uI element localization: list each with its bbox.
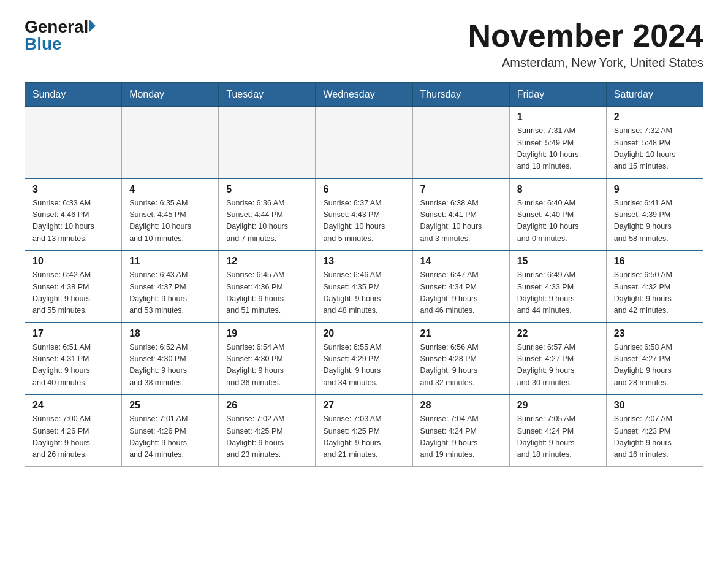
day-number: 29 bbox=[517, 400, 599, 411]
week-row-4: 24Sunrise: 7:00 AM Sunset: 4:26 PM Dayli… bbox=[25, 394, 703, 466]
calendar-cell: 1Sunrise: 7:31 AM Sunset: 5:49 PM Daylig… bbox=[509, 107, 606, 178]
calendar-cell: 30Sunrise: 7:07 AM Sunset: 4:23 PM Dayli… bbox=[606, 394, 703, 466]
weekday-header-friday: Friday bbox=[509, 83, 606, 107]
day-number: 14 bbox=[420, 256, 502, 267]
day-number: 11 bbox=[129, 256, 211, 267]
day-info: Sunrise: 6:47 AM Sunset: 4:34 PM Dayligh… bbox=[420, 269, 502, 317]
calendar-cell: 7Sunrise: 6:38 AM Sunset: 4:41 PM Daylig… bbox=[412, 178, 509, 251]
calendar-cell: 19Sunrise: 6:54 AM Sunset: 4:30 PM Dayli… bbox=[219, 323, 316, 395]
day-number: 19 bbox=[226, 328, 308, 339]
day-number: 24 bbox=[32, 400, 114, 411]
day-info: Sunrise: 6:33 AM Sunset: 4:46 PM Dayligh… bbox=[32, 197, 114, 245]
weekday-header-tuesday: Tuesday bbox=[219, 83, 316, 107]
calendar-title: November 2024 bbox=[468, 18, 703, 53]
weekday-header-sunday: Sunday bbox=[25, 83, 122, 107]
calendar-cell: 24Sunrise: 7:00 AM Sunset: 4:26 PM Dayli… bbox=[25, 394, 122, 466]
calendar-cell bbox=[219, 107, 316, 178]
week-row-1: 3Sunrise: 6:33 AM Sunset: 4:46 PM Daylig… bbox=[25, 178, 703, 251]
day-info: Sunrise: 7:04 AM Sunset: 4:24 PM Dayligh… bbox=[420, 413, 502, 461]
day-number: 1 bbox=[517, 112, 599, 123]
day-number: 2 bbox=[614, 112, 696, 123]
calendar-cell: 8Sunrise: 6:40 AM Sunset: 4:40 PM Daylig… bbox=[509, 178, 606, 251]
day-info: Sunrise: 7:31 AM Sunset: 5:49 PM Dayligh… bbox=[517, 125, 599, 173]
calendar-cell bbox=[122, 107, 219, 178]
day-number: 25 bbox=[129, 400, 211, 411]
calendar-cell bbox=[412, 107, 509, 178]
day-number: 30 bbox=[614, 400, 696, 411]
day-number: 4 bbox=[129, 184, 211, 195]
day-number: 20 bbox=[323, 328, 404, 339]
day-number: 17 bbox=[32, 328, 114, 339]
day-info: Sunrise: 6:45 AM Sunset: 4:36 PM Dayligh… bbox=[226, 269, 308, 317]
calendar-cell: 3Sunrise: 6:33 AM Sunset: 4:46 PM Daylig… bbox=[25, 178, 122, 251]
day-number: 13 bbox=[323, 256, 404, 267]
calendar-table: SundayMondayTuesdayWednesdayThursdayFrid… bbox=[25, 82, 703, 467]
calendar-cell: 6Sunrise: 6:37 AM Sunset: 4:43 PM Daylig… bbox=[316, 178, 412, 251]
calendar-cell: 18Sunrise: 6:52 AM Sunset: 4:30 PM Dayli… bbox=[122, 323, 219, 395]
calendar-cell: 17Sunrise: 6:51 AM Sunset: 4:31 PM Dayli… bbox=[25, 323, 122, 395]
calendar-cell: 16Sunrise: 6:50 AM Sunset: 4:32 PM Dayli… bbox=[606, 250, 703, 323]
day-number: 6 bbox=[323, 184, 404, 195]
day-info: Sunrise: 6:50 AM Sunset: 4:32 PM Dayligh… bbox=[614, 269, 696, 317]
calendar-cell: 22Sunrise: 6:57 AM Sunset: 4:27 PM Dayli… bbox=[509, 323, 606, 395]
day-info: Sunrise: 7:03 AM Sunset: 4:25 PM Dayligh… bbox=[323, 413, 404, 461]
day-number: 3 bbox=[32, 184, 114, 195]
day-number: 12 bbox=[226, 256, 308, 267]
weekday-header-saturday: Saturday bbox=[606, 83, 703, 107]
calendar-cell: 11Sunrise: 6:43 AM Sunset: 4:37 PM Dayli… bbox=[122, 250, 219, 323]
week-row-3: 17Sunrise: 6:51 AM Sunset: 4:31 PM Dayli… bbox=[25, 323, 703, 395]
day-number: 16 bbox=[614, 256, 696, 267]
calendar-cell bbox=[25, 107, 122, 178]
calendar-cell: 2Sunrise: 7:32 AM Sunset: 5:48 PM Daylig… bbox=[606, 107, 703, 178]
title-area: November 2024 Amsterdam, New York, Unite… bbox=[468, 18, 703, 70]
calendar-cell: 15Sunrise: 6:49 AM Sunset: 4:33 PM Dayli… bbox=[509, 250, 606, 323]
day-number: 28 bbox=[420, 400, 502, 411]
day-info: Sunrise: 6:37 AM Sunset: 4:43 PM Dayligh… bbox=[323, 197, 404, 245]
day-info: Sunrise: 7:00 AM Sunset: 4:26 PM Dayligh… bbox=[32, 413, 114, 461]
calendar-cell: 27Sunrise: 7:03 AM Sunset: 4:25 PM Dayli… bbox=[316, 394, 412, 466]
calendar-cell: 14Sunrise: 6:47 AM Sunset: 4:34 PM Dayli… bbox=[412, 250, 509, 323]
calendar-cell: 20Sunrise: 6:55 AM Sunset: 4:29 PM Dayli… bbox=[316, 323, 412, 395]
day-number: 22 bbox=[517, 328, 599, 339]
day-info: Sunrise: 6:57 AM Sunset: 4:27 PM Dayligh… bbox=[517, 342, 599, 389]
day-info: Sunrise: 6:52 AM Sunset: 4:30 PM Dayligh… bbox=[129, 342, 211, 389]
day-info: Sunrise: 6:43 AM Sunset: 4:37 PM Dayligh… bbox=[129, 269, 211, 317]
day-info: Sunrise: 7:01 AM Sunset: 4:26 PM Dayligh… bbox=[129, 413, 211, 461]
day-info: Sunrise: 6:46 AM Sunset: 4:35 PM Dayligh… bbox=[323, 269, 404, 317]
calendar-cell: 13Sunrise: 6:46 AM Sunset: 4:35 PM Dayli… bbox=[316, 250, 412, 323]
day-info: Sunrise: 6:58 AM Sunset: 4:27 PM Dayligh… bbox=[614, 342, 696, 389]
day-number: 9 bbox=[614, 184, 696, 195]
calendar-cell: 28Sunrise: 7:04 AM Sunset: 4:24 PM Dayli… bbox=[412, 394, 509, 466]
day-info: Sunrise: 6:49 AM Sunset: 4:33 PM Dayligh… bbox=[517, 269, 599, 317]
week-row-0: 1Sunrise: 7:31 AM Sunset: 5:49 PM Daylig… bbox=[25, 107, 703, 178]
logo-blue-text: Blue bbox=[25, 34, 62, 53]
day-info: Sunrise: 7:02 AM Sunset: 4:25 PM Dayligh… bbox=[226, 413, 308, 461]
day-info: Sunrise: 7:32 AM Sunset: 5:48 PM Dayligh… bbox=[614, 125, 696, 173]
calendar-cell bbox=[316, 107, 412, 178]
day-number: 8 bbox=[517, 184, 599, 195]
calendar-cell: 4Sunrise: 6:35 AM Sunset: 4:45 PM Daylig… bbox=[122, 178, 219, 251]
logo-general-text: General bbox=[25, 18, 88, 36]
day-info: Sunrise: 6:40 AM Sunset: 4:40 PM Dayligh… bbox=[517, 197, 599, 245]
day-info: Sunrise: 6:41 AM Sunset: 4:39 PM Dayligh… bbox=[614, 197, 696, 245]
weekday-header-row: SundayMondayTuesdayWednesdayThursdayFrid… bbox=[25, 83, 703, 107]
weekday-header-wednesday: Wednesday bbox=[316, 83, 412, 107]
day-number: 26 bbox=[226, 400, 308, 411]
calendar-cell: 12Sunrise: 6:45 AM Sunset: 4:36 PM Dayli… bbox=[219, 250, 316, 323]
calendar-cell: 21Sunrise: 6:56 AM Sunset: 4:28 PM Dayli… bbox=[412, 323, 509, 395]
calendar-cell: 25Sunrise: 7:01 AM Sunset: 4:26 PM Dayli… bbox=[122, 394, 219, 466]
weekday-header-monday: Monday bbox=[122, 83, 219, 107]
day-number: 5 bbox=[226, 184, 308, 195]
calendar-cell: 29Sunrise: 7:05 AM Sunset: 4:24 PM Dayli… bbox=[509, 394, 606, 466]
day-info: Sunrise: 6:54 AM Sunset: 4:30 PM Dayligh… bbox=[226, 342, 308, 389]
day-info: Sunrise: 6:35 AM Sunset: 4:45 PM Dayligh… bbox=[129, 197, 211, 245]
day-info: Sunrise: 6:51 AM Sunset: 4:31 PM Dayligh… bbox=[32, 342, 114, 389]
calendar-cell: 23Sunrise: 6:58 AM Sunset: 4:27 PM Dayli… bbox=[606, 323, 703, 395]
logo-arrow-icon bbox=[89, 20, 96, 32]
day-info: Sunrise: 6:36 AM Sunset: 4:44 PM Dayligh… bbox=[226, 197, 308, 245]
header: General Blue November 2024 Amsterdam, Ne… bbox=[25, 18, 703, 70]
day-info: Sunrise: 6:42 AM Sunset: 4:38 PM Dayligh… bbox=[32, 269, 114, 317]
day-info: Sunrise: 7:07 AM Sunset: 4:23 PM Dayligh… bbox=[614, 413, 696, 461]
day-number: 18 bbox=[129, 328, 211, 339]
weekday-header-thursday: Thursday bbox=[412, 83, 509, 107]
